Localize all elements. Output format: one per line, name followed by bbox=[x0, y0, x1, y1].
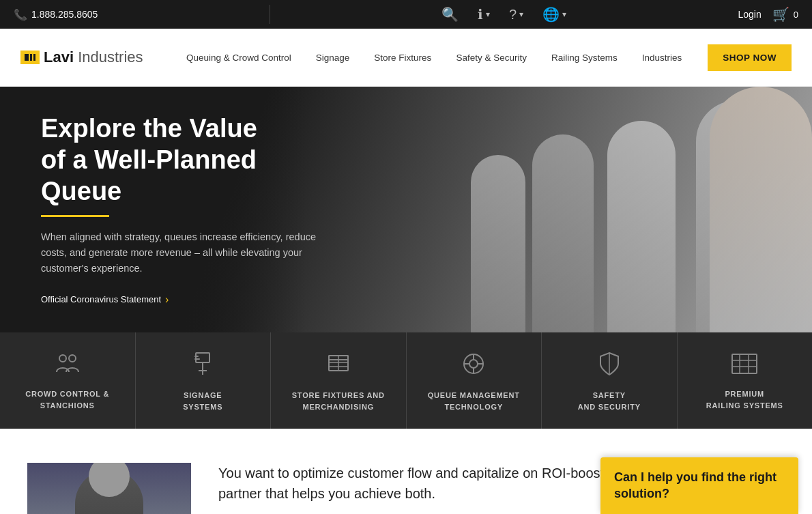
top-bar: 📞 1.888.285.8605 🔍 ℹ ▾ ? ▾ 🌐 ▾ Login 🛒 0 bbox=[0, 0, 812, 29]
help-btn[interactable]: ? ▾ bbox=[509, 7, 523, 23]
crowd-label: CROWD CONTROL & STANCHIONS bbox=[25, 388, 109, 411]
globe-icon: 🌐 bbox=[542, 6, 560, 23]
queue-management-icon bbox=[461, 352, 486, 382]
icon-section-crowd-control[interactable]: CROWD CONTROL & STANCHIONS bbox=[0, 332, 136, 429]
icon-section-store-fixtures[interactable]: STORE FIXTURES AND MERCHANDISING bbox=[271, 332, 407, 429]
chat-widget[interactable]: Can I help you find the right solution? bbox=[600, 457, 798, 514]
svg-rect-8 bbox=[194, 356, 199, 357]
nav-store-fixtures[interactable]: Store Fixtures bbox=[362, 53, 444, 63]
top-bar-center: 🔍 ℹ ▾ ? ▾ 🌐 ▾ bbox=[441, 6, 566, 23]
svg-rect-9 bbox=[194, 358, 200, 360]
icon-section-queue-management[interactable]: QUEUE MANAGEMENT TECHNOLOGY bbox=[407, 332, 542, 429]
svg-rect-23 bbox=[732, 354, 757, 373]
globe-btn[interactable]: 🌐 ▾ bbox=[542, 6, 566, 23]
info-icon: ℹ bbox=[478, 6, 483, 23]
nav-railing[interactable]: Railing Systems bbox=[539, 53, 630, 63]
nav-links: Queuing & Crowd Control Signage Store Fi… bbox=[174, 44, 792, 71]
icon-section-signage[interactable]: SIGNAGE SYSTEMS bbox=[136, 332, 272, 429]
top-bar-right: Login 🛒 0 bbox=[738, 6, 798, 23]
railing-label: PREMIUM RAILING SYSTEMS bbox=[706, 388, 783, 411]
hero-content: Explore the Value of a Well-Planned Queu… bbox=[0, 113, 375, 305]
svg-point-4 bbox=[59, 355, 66, 362]
signage-label: SIGNAGE SYSTEMS bbox=[183, 390, 222, 412]
nav-signage[interactable]: Signage bbox=[304, 53, 362, 63]
safety-label: SAFETY AND SECURITY bbox=[578, 390, 641, 412]
svg-rect-3 bbox=[33, 54, 35, 61]
arrow-icon: › bbox=[165, 294, 169, 306]
phone-section: 📞 1.888.285.8605 bbox=[14, 8, 98, 21]
content-image bbox=[27, 463, 191, 514]
help-label: ▾ bbox=[519, 10, 523, 19]
cart-section[interactable]: 🛒 0 bbox=[772, 6, 798, 23]
svg-rect-1 bbox=[25, 54, 29, 61]
queue-management-label: QUEUE MANAGEMENT TECHNOLOGY bbox=[428, 390, 520, 412]
search-icon: 🔍 bbox=[441, 6, 459, 23]
svg-point-17 bbox=[469, 360, 478, 368]
store-fixtures-icon bbox=[326, 352, 351, 382]
cart-icon: 🛒 bbox=[772, 6, 789, 23]
nav-queuing[interactable]: Queuing & Crowd Control bbox=[174, 53, 304, 63]
logo[interactable]: Lavi Industries bbox=[20, 48, 143, 66]
hero-section: Explore the Value of a Well-Planned Queu… bbox=[0, 87, 812, 332]
info-btn[interactable]: ℹ ▾ bbox=[478, 6, 490, 23]
phone-number[interactable]: 1.888.285.8605 bbox=[31, 9, 98, 20]
phone-icon: 📞 bbox=[14, 8, 27, 21]
divider bbox=[270, 5, 270, 24]
nav-industries[interactable]: Industries bbox=[630, 53, 695, 63]
icon-sections: CROWD CONTROL & STANCHIONS SIGNAGE SYSTE… bbox=[0, 332, 812, 429]
login-link[interactable]: Login bbox=[738, 9, 761, 20]
nav-safety[interactable]: Safety & Security bbox=[444, 53, 539, 63]
railing-icon bbox=[731, 353, 758, 380]
crowd-icon bbox=[54, 353, 81, 380]
icon-section-safety[interactable]: SAFETY AND SECURITY bbox=[542, 332, 678, 429]
hero-title: Explore the Value of a Well-Planned Queu… bbox=[41, 113, 334, 207]
shop-now-button[interactable]: SHOP NOW bbox=[708, 44, 792, 71]
cart-count: 0 bbox=[794, 10, 798, 20]
icon-section-railing[interactable]: PREMIUM RAILING SYSTEMS bbox=[678, 332, 813, 429]
logo-icon bbox=[20, 51, 40, 64]
safety-icon bbox=[598, 352, 621, 382]
svg-rect-2 bbox=[30, 54, 32, 61]
hero-underline bbox=[41, 215, 109, 217]
chat-text: Can I help you find the right solution? bbox=[614, 470, 785, 502]
globe-label: ▾ bbox=[562, 10, 566, 19]
signage-icon bbox=[190, 352, 215, 382]
info-label: ▾ bbox=[486, 10, 490, 19]
svg-point-5 bbox=[69, 355, 76, 362]
svg-rect-6 bbox=[196, 353, 209, 362]
logo-text: Lavi Industries bbox=[44, 48, 143, 66]
store-fixtures-label: STORE FIXTURES AND MERCHANDISING bbox=[292, 390, 385, 412]
nav-bar: Lavi Industries Queuing & Crowd Control … bbox=[0, 29, 812, 87]
help-icon: ? bbox=[509, 7, 517, 23]
hero-subtitle: When aligned with strategy, queues incre… bbox=[41, 229, 328, 277]
search-icon-btn[interactable]: 🔍 bbox=[441, 6, 459, 23]
coronavirus-link[interactable]: Official Coronavirus Statement › bbox=[41, 294, 334, 306]
